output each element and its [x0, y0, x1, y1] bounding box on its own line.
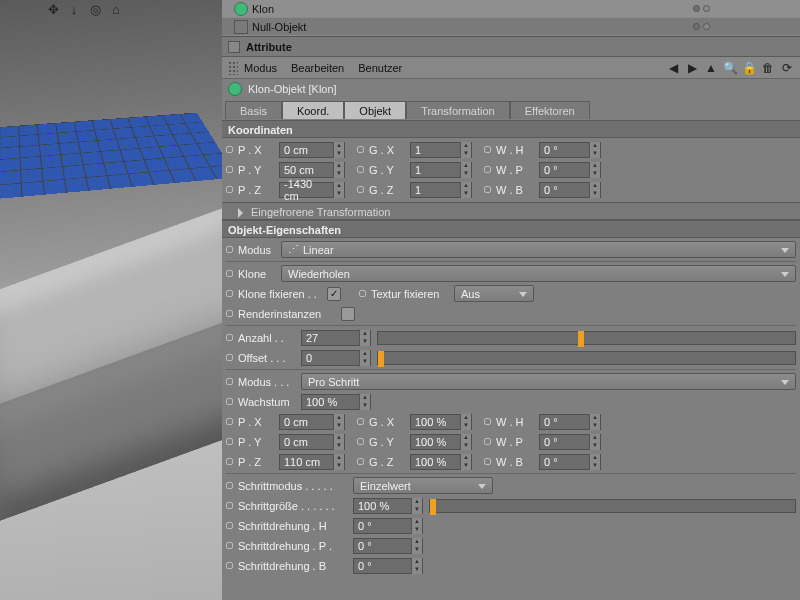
p-field[interactable]: 50 cm▲▼	[279, 162, 345, 178]
p-label: P . Z	[238, 184, 276, 196]
w-field[interactable]: 0 °▲▼	[539, 454, 601, 470]
modus-dropdown[interactable]: ⋰Linear	[281, 241, 796, 258]
grip-icon[interactable]	[228, 61, 238, 75]
attribute-menu: Modus Bearbeiten Benutzer ◀ ▶ ▲ 🔍 🔒 🗑 ⟳	[222, 57, 800, 79]
object-title: Klon-Objekt [Klon]	[248, 83, 337, 95]
p-label: P . Y	[238, 164, 276, 176]
g-field[interactable]: 1▲▼	[410, 182, 472, 198]
w-field[interactable]: 0 °▲▼	[539, 162, 601, 178]
home-icon[interactable]: ⌂	[108, 2, 124, 18]
g-field[interactable]: 100 %▲▼	[410, 454, 472, 470]
schrittdreh-p-label: Schrittdrehung . P .	[238, 540, 350, 552]
offset-field[interactable]: 0▲▼	[301, 350, 371, 366]
klone-dropdown[interactable]: Wiederholen	[281, 265, 796, 282]
g-label: G . X	[369, 416, 407, 428]
floor-grid	[0, 113, 222, 203]
schrittgroesse-field[interactable]: 100 %▲▼	[353, 498, 423, 514]
modus2-label: Modus . . .	[238, 376, 298, 388]
refresh-icon[interactable]: ⟳	[780, 61, 794, 75]
tab-transformation[interactable]: Transformation	[406, 101, 510, 119]
schrittdreh-b-field[interactable]: 0 °▲▼	[353, 558, 423, 574]
p-field[interactable]: 110 cm▲▼	[279, 454, 345, 470]
modus2-dropdown[interactable]: Pro Schritt	[301, 373, 796, 390]
coord-props: P . X0 cm▲▼G . X1▲▼W . H0 °▲▼P . Y50 cm▲…	[222, 138, 800, 202]
schrittgroesse-label: Schrittgröße . . . . . .	[238, 500, 350, 512]
viewport-nav-icons: ✥ ↓ ◎ ⌂	[45, 2, 124, 18]
section-frozen[interactable]: Eingefrorene Transformation	[222, 202, 800, 220]
tab-effektoren[interactable]: Effektoren	[510, 101, 590, 119]
viewport-3d[interactable]: ✥ ↓ ◎ ⌂	[0, 0, 222, 600]
null-icon	[234, 20, 248, 34]
section-koordinaten[interactable]: Koordinaten	[222, 120, 800, 138]
nav-up-icon[interactable]: ▲	[704, 61, 718, 75]
tab-basis[interactable]: Basis	[225, 101, 282, 119]
g-label: G . Z	[369, 456, 407, 468]
tab-koord[interactable]: Koord.	[282, 101, 344, 119]
attribute-header: Attribute	[222, 37, 800, 57]
object-row-null[interactable]: Null-Objekt	[222, 18, 800, 36]
object-label: Klon	[252, 3, 274, 15]
g-label: G . Y	[369, 436, 407, 448]
anzahl-slider[interactable]	[377, 331, 796, 345]
offset-label: Offset . . .	[238, 352, 298, 364]
w-field[interactable]: 0 °▲▼	[539, 434, 601, 450]
down-icon[interactable]: ↓	[66, 2, 82, 18]
wachstum-label: Wachstum	[238, 396, 298, 408]
g-field[interactable]: 1▲▼	[410, 142, 472, 158]
g-field[interactable]: 100 %▲▼	[410, 434, 472, 450]
nav-fwd-icon[interactable]: ▶	[685, 61, 699, 75]
p-label: P . X	[238, 144, 276, 156]
menu-modus[interactable]: Modus	[244, 62, 277, 74]
g-field[interactable]: 1▲▼	[410, 162, 472, 178]
orbit-icon[interactable]: ◎	[87, 2, 103, 18]
textur-fix-dropdown[interactable]: Aus	[454, 285, 534, 302]
w-label: W . B	[496, 456, 536, 468]
w-field[interactable]: 0 °▲▼	[539, 182, 601, 198]
renderinst-checkbox[interactable]	[341, 307, 355, 321]
p-field[interactable]: 0 cm▲▼	[279, 142, 345, 158]
lock-icon[interactable]: 🔒	[742, 61, 756, 75]
g-field[interactable]: 100 %▲▼	[410, 414, 472, 430]
object-title-row: Klon-Objekt [Klon]	[222, 79, 800, 99]
schrittdreh-h-field[interactable]: 0 °▲▼	[353, 518, 423, 534]
schrittdreh-b-label: Schrittdrehung . B	[238, 560, 350, 572]
search-icon[interactable]: 🔍	[723, 61, 737, 75]
attribute-title: Attribute	[246, 41, 292, 53]
anzahl-field[interactable]: 27▲▼	[301, 330, 371, 346]
g-label: G . X	[369, 144, 407, 156]
menu-bearbeiten[interactable]: Bearbeiten	[291, 62, 344, 74]
cloner-icon	[234, 2, 248, 16]
schrittgroesse-slider[interactable]	[429, 499, 796, 513]
klone-label: Klone	[238, 268, 278, 280]
menu-benutzer[interactable]: Benutzer	[358, 62, 402, 74]
g-label: G . Z	[369, 184, 407, 196]
cloner-icon	[228, 82, 242, 96]
section-objekt-eigenschaften[interactable]: Objekt-Eigenschaften	[222, 220, 800, 238]
move-icon[interactable]: ✥	[45, 2, 61, 18]
schrittdreh-p-field[interactable]: 0 °▲▼	[353, 538, 423, 554]
wachstum-field[interactable]: 100 %▲▼	[301, 394, 371, 410]
object-list[interactable]: Klon Null-Objekt	[222, 0, 800, 37]
object-row-klon[interactable]: Klon	[222, 0, 800, 18]
klone-fix-label: Klone fixieren . .	[238, 288, 324, 300]
schrittmodus-label: Schrittmodus . . . . .	[238, 480, 350, 492]
p-field[interactable]: 0 cm▲▼	[279, 414, 345, 430]
offset-slider[interactable]	[377, 351, 796, 365]
object-label: Null-Objekt	[252, 21, 306, 33]
nav-back-icon[interactable]: ◀	[666, 61, 680, 75]
w-field[interactable]: 0 °▲▼	[539, 414, 601, 430]
p-field[interactable]: -1430 cm▲▼	[279, 182, 345, 198]
modus-label: Modus	[238, 244, 278, 256]
trash-icon[interactable]: 🗑	[761, 61, 775, 75]
tab-objekt[interactable]: Objekt	[344, 101, 406, 119]
right-panel: Klon Null-Objekt Attribute Modus Bearbei…	[222, 0, 800, 600]
p-field[interactable]: 0 cm▲▼	[279, 434, 345, 450]
anzahl-label: Anzahl . .	[238, 332, 298, 344]
objprops: Modus ⋰Linear Klone Wiederholen Klone fi…	[222, 238, 800, 578]
attribute-close-icon[interactable]	[228, 41, 240, 53]
w-field[interactable]: 0 °▲▼	[539, 142, 601, 158]
klone-fix-checkbox[interactable]: ✓	[327, 287, 341, 301]
w-label: W . H	[496, 416, 536, 428]
schrittmodus-dropdown[interactable]: Einzelwert	[353, 477, 493, 494]
tab-bar: Basis Koord. Objekt Transformation Effek…	[225, 101, 797, 120]
